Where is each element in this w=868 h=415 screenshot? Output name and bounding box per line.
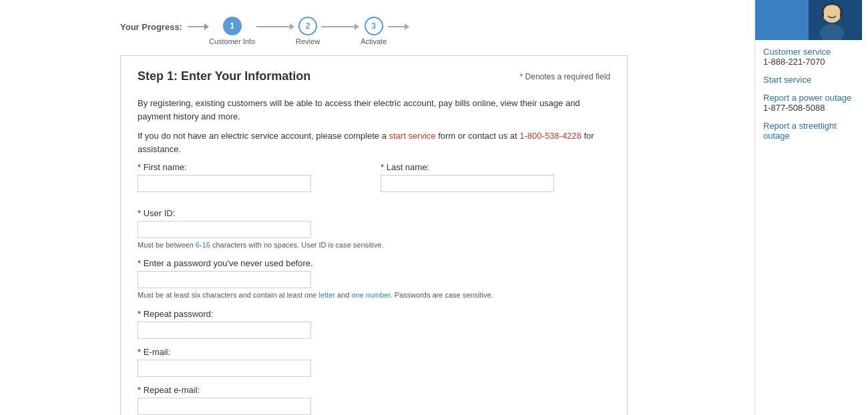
pre-arrow-head: [204, 23, 209, 30]
repeat-password-input[interactable]: [138, 322, 311, 339]
user-id-input[interactable]: [138, 221, 311, 238]
last-name-label: * Last name:: [381, 162, 610, 172]
report-streetlight-item: Report a streetlight outage: [763, 121, 860, 141]
step-3-node: 3 Activate: [361, 17, 387, 45]
start-service-item: Start service: [763, 75, 860, 85]
report-power-link[interactable]: Report a power outage: [763, 93, 860, 103]
step-2-label: Review: [296, 37, 320, 45]
sidebar-image: [755, 0, 862, 40]
password-group: * Enter a password you've never used bef…: [138, 258, 610, 300]
repeat-email-input[interactable]: [138, 398, 311, 415]
name-row: * First name: * Last name:: [138, 162, 610, 200]
report-power-item: Report a power outage 1-877-508-5088: [763, 93, 860, 113]
step-1-node: 1 Customer Info: [209, 17, 255, 45]
intro-text-1: By registering, existing customers will …: [138, 97, 610, 123]
repeat-password-group: * Repeat password:: [138, 309, 610, 339]
required-note: * Denotes a required field: [520, 72, 610, 81]
sidebar-links: Customer service 1-888-221-7070 Start se…: [755, 40, 868, 155]
arrow-head-2: [355, 23, 359, 30]
step-1-circle: 1: [223, 17, 242, 35]
start-service-sidebar-link[interactable]: Start service: [763, 75, 860, 85]
step-3-label: Activate: [361, 37, 387, 45]
customer-service-link[interactable]: Customer service: [763, 47, 860, 57]
svg-rect-4: [840, 12, 843, 17]
first-name-label: * First name:: [138, 162, 367, 172]
form-panel: Step 1: Enter Your Information * Denotes…: [120, 55, 628, 415]
connector-line-1: [256, 26, 290, 27]
form-title: Step 1: Enter Your Information: [138, 69, 310, 83]
sidebar-photo: [755, 0, 862, 40]
intro-mid: form or contact us at: [436, 131, 520, 141]
first-name-group: * First name:: [138, 162, 367, 192]
email-input[interactable]: [138, 360, 311, 377]
user-id-label: * User ID:: [138, 208, 610, 218]
password-hint: Must be at least six characters and cont…: [138, 290, 610, 300]
step-2-circle: 2: [298, 17, 317, 35]
repeat-email-label: * Repeat e-mail:: [138, 385, 610, 395]
last-name-group: * Last name:: [381, 162, 610, 192]
intro-text-2: If you do not have an electric service a…: [138, 129, 610, 155]
last-name-input[interactable]: [381, 175, 554, 192]
report-streetlight-link[interactable]: Report a streetlight outage: [763, 121, 860, 141]
sidebar: Customer service 1-888-221-7070 Start se…: [754, 0, 868, 415]
password-input[interactable]: [138, 271, 311, 288]
trailing-line: [388, 26, 405, 27]
arrow-head-1: [290, 23, 294, 30]
step-2-node: 2 Review: [296, 17, 320, 45]
user-id-hint: Must be between 6-16 characters with no …: [138, 240, 610, 250]
progress-bar: Your Progress: 1 Customer Info: [120, 10, 741, 55]
repeat-password-label: * Repeat password:: [138, 309, 610, 319]
email-group: * E-mail:: [138, 347, 610, 377]
user-id-group: * User ID: Must be between 6-16 characte…: [138, 208, 610, 250]
report-power-phone: 1-877-508-5088: [763, 103, 860, 113]
intro-pre: If you do not have an electric service a…: [138, 131, 389, 141]
pre-arrow-line: [188, 26, 204, 27]
email-label: * E-mail:: [138, 347, 610, 357]
customer-service-phone: 1-888-221-7070: [763, 57, 860, 67]
svg-rect-3: [821, 12, 824, 17]
trailing-arrow: [405, 23, 409, 30]
password-section: * Enter a password you've never used bef…: [138, 258, 610, 300]
password-label: * Enter a password you've never used bef…: [138, 258, 610, 268]
step-1-label: Customer Info: [209, 37, 255, 45]
customer-service-item: Customer service 1-888-221-7070: [763, 47, 860, 67]
steps-row: 1 Customer Info 2 Review: [188, 17, 409, 45]
connector-line-2: [321, 26, 355, 27]
repeat-email-group: * Repeat e-mail:: [138, 385, 610, 415]
intro-phone: 1-800-538-4228: [519, 131, 582, 141]
step-3-circle: 3: [365, 17, 383, 35]
first-name-input[interactable]: [138, 175, 311, 192]
progress-label: Your Progress:: [120, 22, 182, 32]
start-service-link[interactable]: start service: [389, 131, 436, 141]
